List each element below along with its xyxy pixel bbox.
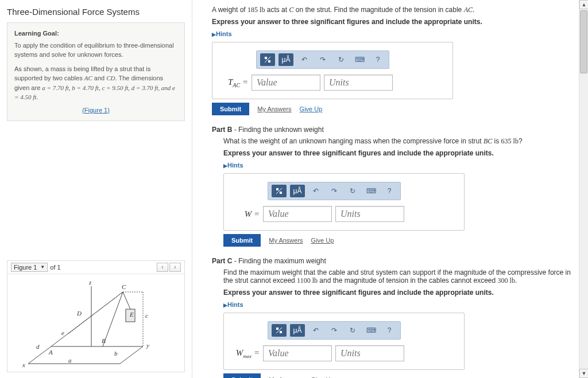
chevron-down-icon: ▼ xyxy=(40,263,45,271)
svg-text:d: d xyxy=(36,343,40,350)
undo-button[interactable]: ↶ xyxy=(308,185,323,197)
submit-button-a[interactable]: Submit xyxy=(212,103,249,115)
fraction-button[interactable] xyxy=(272,185,287,197)
svg-text:D: D xyxy=(76,310,82,317)
help-button[interactable]: ? xyxy=(382,324,397,337)
answer-box-c: μÅ ↶ ↷ ↻ ⌨ ? Wmax = xyxy=(223,313,465,370)
reset-button[interactable]: ↻ xyxy=(345,185,360,197)
answer-row-a: TAC = xyxy=(222,75,443,91)
svg-rect-26 xyxy=(268,60,270,63)
svg-text:z: z xyxy=(88,279,92,286)
answer-row-c: Wmax = xyxy=(233,345,455,361)
svg-text:y: y xyxy=(146,342,149,349)
var-label-a: TAC = xyxy=(222,77,248,88)
figure-of-label: of 1 xyxy=(50,264,60,271)
figure-link[interactable]: (Figure 1) xyxy=(14,106,177,115)
give-up-link-a[interactable]: Give Up xyxy=(300,106,323,112)
part-a-prompt: A weight of 185 lb acts at C on the stru… xyxy=(212,6,572,14)
fraction-button[interactable] xyxy=(272,324,287,337)
learning-goal-box: Learning Goal: To apply the condition of… xyxy=(7,22,185,121)
svg-line-9 xyxy=(123,292,130,309)
symbols-button[interactable]: μÅ xyxy=(278,53,293,66)
fraction-button[interactable] xyxy=(260,53,275,66)
svg-text:c: c xyxy=(145,312,148,319)
value-input-a[interactable] xyxy=(252,75,320,91)
toolbar-c: μÅ ↶ ↷ ↻ ⌨ ? xyxy=(268,321,401,340)
express-line-c: Express your answer to three significant… xyxy=(223,289,572,297)
units-input-b[interactable] xyxy=(335,206,404,222)
submit-row-a: Submit My Answers Give Up xyxy=(212,103,572,115)
svg-line-2 xyxy=(120,346,143,364)
keyboard-button[interactable]: ⌨ xyxy=(363,324,378,337)
reset-button[interactable]: ↻ xyxy=(334,53,349,66)
help-button[interactable]: ? xyxy=(370,53,385,66)
svg-rect-32 xyxy=(280,331,282,333)
var-label-c: Wmax = xyxy=(233,348,260,359)
help-button[interactable]: ? xyxy=(382,185,397,197)
submit-button-c[interactable]: Submit xyxy=(223,373,261,378)
figure-panel: Figure 1▼ of 1 ‹ › xyxy=(7,260,185,372)
learning-goal-label: Learning Goal: xyxy=(14,29,177,38)
svg-rect-25 xyxy=(265,57,267,59)
redo-button[interactable]: ↷ xyxy=(315,53,330,66)
svg-text:b: b xyxy=(114,350,118,357)
value-input-c[interactable] xyxy=(263,345,332,361)
figure-select[interactable]: Figure 1▼ xyxy=(11,263,48,272)
var-label-b: W = xyxy=(233,209,260,219)
part-c-prompt: Find the maximum weight that the cable a… xyxy=(223,268,572,285)
units-input-c[interactable] xyxy=(335,345,404,361)
hints-link-a[interactable]: Hints xyxy=(212,30,232,37)
svg-text:a: a xyxy=(68,357,72,364)
value-input-b[interactable] xyxy=(263,206,332,222)
undo-button[interactable]: ↶ xyxy=(297,53,312,66)
submit-button-b[interactable]: Submit xyxy=(223,234,261,247)
answer-box-b: μÅ ↶ ↷ ↻ ⌨ ? W = xyxy=(223,173,465,231)
units-input-a[interactable] xyxy=(324,75,393,91)
toolbar-a: μÅ ↶ ↷ ↻ ⌨ ? xyxy=(256,50,389,69)
left-pane: Three-Dimensional Force Systems Learning… xyxy=(0,0,192,378)
right-pane: A weight of 185 lb acts at C on the stru… xyxy=(192,0,588,378)
svg-line-5 xyxy=(103,292,123,346)
svg-rect-31 xyxy=(276,328,278,330)
svg-rect-28 xyxy=(276,188,278,190)
figure-diagram: z C D E B A y x a b c d e xyxy=(11,278,182,368)
learning-goal-text: To apply the condition of equilibrium to… xyxy=(14,41,177,60)
symbols-button[interactable]: μÅ xyxy=(290,324,305,337)
svg-text:C: C xyxy=(122,283,126,290)
part-c-heading: Part C - Finding the maximum weight xyxy=(212,257,572,265)
part-b-prompt: What is the weight of an unknown hanging… xyxy=(223,137,572,146)
answer-row-b: W = xyxy=(233,206,455,222)
svg-text:E: E xyxy=(129,311,134,318)
scroll-up-icon[interactable]: ▲ xyxy=(579,0,588,9)
redo-button[interactable]: ↷ xyxy=(327,324,342,337)
scrollbar[interactable]: ▲ ▼ xyxy=(579,0,588,378)
give-up-link-b[interactable]: Give Up xyxy=(311,237,334,244)
figure-prev-button[interactable]: ‹ xyxy=(157,263,168,272)
figure-next-button[interactable]: › xyxy=(169,263,181,272)
svg-rect-29 xyxy=(280,192,282,194)
express-line-b: Express your answer to three significant… xyxy=(223,149,572,157)
my-answers-link-b[interactable]: My Answers xyxy=(269,237,303,244)
keyboard-button[interactable]: ⌨ xyxy=(363,185,378,197)
symbols-button[interactable]: μÅ xyxy=(290,185,305,197)
redo-button[interactable]: ↷ xyxy=(327,185,342,197)
hints-link-b[interactable]: Hints xyxy=(223,162,243,169)
svg-text:e: e xyxy=(61,329,64,336)
answer-box-a: μÅ ↶ ↷ ↻ ⌨ ? TAC = xyxy=(212,42,453,99)
toolbar-b: μÅ ↶ ↷ ↻ ⌨ ? xyxy=(268,182,401,200)
problem-text: As shown, a mass is being lifted by a st… xyxy=(14,64,177,102)
hints-link-c[interactable]: Hints xyxy=(223,301,243,308)
express-line-a: Express your answer to three significant… xyxy=(212,18,572,26)
submit-row-b: Submit My Answers Give Up xyxy=(223,234,572,247)
keyboard-button[interactable]: ⌨ xyxy=(352,53,367,66)
reset-button[interactable]: ↻ xyxy=(345,324,360,337)
figure-header: Figure 1▼ of 1 ‹ › xyxy=(7,261,184,274)
undo-button[interactable]: ↶ xyxy=(308,324,323,337)
svg-line-1 xyxy=(28,346,51,364)
scroll-down-icon[interactable]: ▼ xyxy=(579,369,588,378)
part-b-heading: Part B - Finding the unknown weight xyxy=(212,126,572,134)
my-answers-link-a[interactable]: My Answers xyxy=(257,106,291,112)
svg-text:B: B xyxy=(102,337,106,344)
scroll-thumb[interactable] xyxy=(580,10,587,73)
figure-body: z C D E B A y x a b c d e xyxy=(7,274,184,372)
